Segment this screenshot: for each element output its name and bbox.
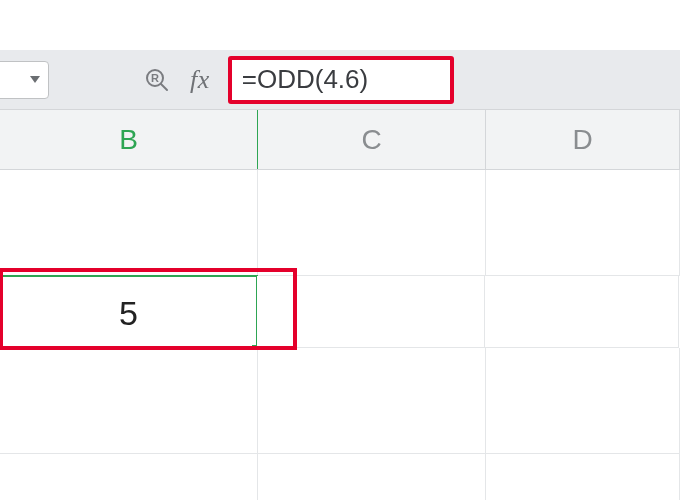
- cell-D3[interactable]: [486, 348, 680, 454]
- column-header-D[interactable]: D: [486, 110, 680, 169]
- cell-C4[interactable]: [258, 454, 486, 500]
- svg-text:R: R: [151, 72, 159, 84]
- name-box-dropdown[interactable]: [0, 61, 49, 99]
- cell-B1[interactable]: [0, 170, 258, 276]
- formula-input[interactable]: =ODD(4.6): [228, 56, 454, 104]
- row-3: [0, 348, 680, 454]
- column-headers: B C D: [0, 110, 680, 170]
- cell-D2[interactable]: [485, 276, 679, 348]
- cell-B4[interactable]: [0, 454, 258, 500]
- fx-label[interactable]: fx: [190, 65, 210, 95]
- cell-C2[interactable]: [257, 276, 485, 348]
- chevron-down-icon: [30, 76, 40, 83]
- grid-rows: 5: [0, 170, 680, 500]
- cell-value: 5: [119, 294, 138, 333]
- column-header-B[interactable]: B: [0, 110, 258, 169]
- spreadsheet-grid: B C D 5: [0, 110, 680, 500]
- row-1: [0, 170, 680, 276]
- cell-B3[interactable]: [0, 348, 258, 454]
- formula-toolbar: R fx =ODD(4.6): [0, 50, 680, 110]
- row-2: 5: [0, 276, 680, 348]
- cell-C3[interactable]: [258, 348, 486, 454]
- cell-D1[interactable]: [486, 170, 680, 276]
- registered-search-icon[interactable]: R: [144, 67, 170, 93]
- svg-line-2: [161, 84, 167, 90]
- column-header-C[interactable]: C: [258, 110, 486, 169]
- row-4: [0, 454, 680, 500]
- cell-B2[interactable]: 5: [0, 275, 258, 351]
- formula-text: =ODD(4.6): [242, 64, 368, 95]
- cell-D4[interactable]: [486, 454, 680, 500]
- cell-C1[interactable]: [258, 170, 486, 276]
